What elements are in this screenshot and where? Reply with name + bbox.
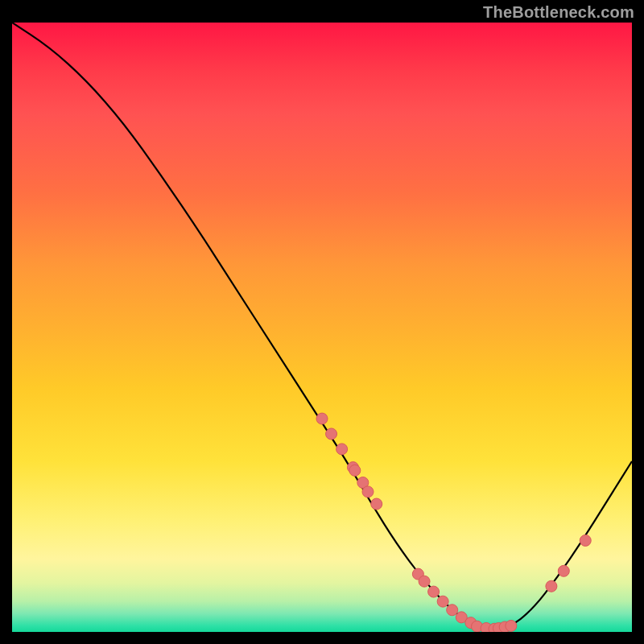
data-points-group [316, 413, 591, 632]
chart-plot-area [12, 23, 632, 632]
data-point [316, 413, 328, 424]
data-point [349, 464, 361, 476]
data-point [362, 486, 374, 497]
data-point [336, 444, 348, 455]
data-point [558, 565, 569, 576]
data-point [506, 620, 517, 631]
data-point [546, 580, 557, 592]
data-point [447, 605, 458, 616]
data-point [428, 586, 440, 597]
chart-svg [12, 23, 632, 632]
data-point [419, 576, 430, 587]
data-point [580, 535, 591, 546]
data-point [326, 428, 337, 440]
watermark-text: TheBottleneck.com [483, 3, 634, 22]
data-point [437, 596, 448, 607]
data-point [371, 498, 382, 510]
bottleneck-curve [12, 23, 632, 629]
